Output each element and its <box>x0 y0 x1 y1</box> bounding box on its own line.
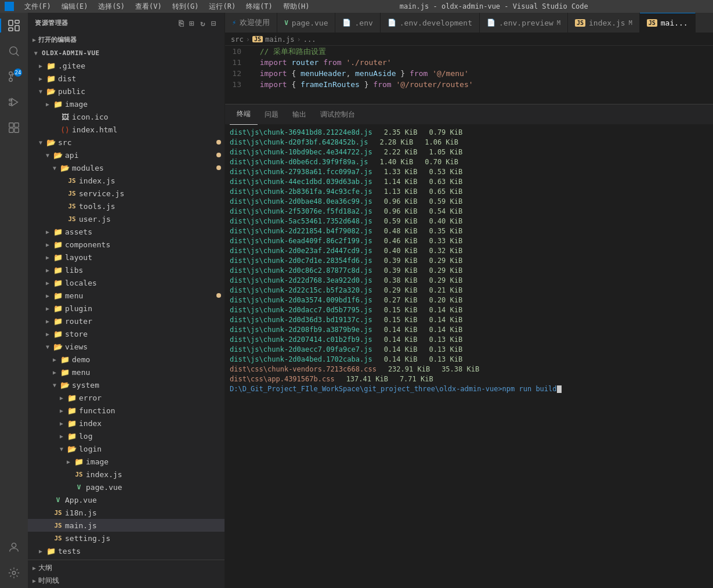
project-root[interactable]: ▼ OLDX-ADMIN-VUE <box>28 46 225 59</box>
tree-item-menu[interactable]: ▶ 📁 menu <box>28 289 225 302</box>
tree-item-login-image[interactable]: ▶ 📁 image <box>28 455 225 468</box>
tree-item-gitee[interactable]: ▶ 📁 .gitee <box>28 59 225 72</box>
tree-item-components[interactable]: ▶ 📁 components <box>28 238 225 251</box>
terminal-output-line: dist\js\chunk-2d207414.c01b2fb9.js0.14 K… <box>230 334 708 344</box>
tree-item-app-vue[interactable]: ▶ V App.vue <box>28 493 225 506</box>
tree-item-icon-ico[interactable]: ▶ 🖼 icon.ico <box>28 110 225 123</box>
breadcrumb-main[interactable]: main.js <box>265 35 295 44</box>
menu-goto[interactable]: 转到(G) <box>168 1 204 13</box>
tree-item-tests[interactable]: ▶ 📁 tests <box>28 544 225 557</box>
tab-page-vue[interactable]: V page.vue <box>277 13 335 33</box>
tree-item-views[interactable]: ▼ 📂 views <box>28 340 225 353</box>
tree-item-login[interactable]: ▼ 📂 login <box>28 442 225 455</box>
tree-item-menu-views[interactable]: ▶ 📁 menu <box>28 366 225 378</box>
tree-item-api-index[interactable]: ▶ JS index.js <box>28 174 225 187</box>
tab-index-js[interactable]: JS index.js M <box>568 13 640 33</box>
tree-item-system[interactable]: ▼ 📂 system <box>28 378 225 391</box>
sidebar-outline[interactable]: ▶ 大纲 <box>28 561 225 574</box>
svg-point-17 <box>12 543 16 547</box>
tree-item-setting[interactable]: ▶ JS setting.js <box>28 532 225 544</box>
terminal-output-line: dist\js\chunk-2d22d768.3ea922d0.js0.38 K… <box>230 275 708 285</box>
menu-help[interactable]: 帮助(H) <box>278 1 314 13</box>
activity-explorer[interactable] <box>3 15 24 36</box>
svg-rect-0 <box>9 20 13 26</box>
tree-item-error[interactable]: ▶ 📁 error <box>28 391 225 404</box>
new-file-icon[interactable]: ⎘ <box>178 17 185 29</box>
terminal-input-line[interactable]: D:\D_Git_Project_FIle_WorkSpace\git_proj… <box>225 384 713 394</box>
tree-item-layout[interactable]: ▶ 📁 layout <box>28 251 225 264</box>
terminal-tab-terminal[interactable]: 终端 <box>230 104 258 125</box>
tree-item-src[interactable]: ▼ 📂 src <box>28 136 225 149</box>
collapse-all-icon[interactable]: ⊟ <box>210 17 218 29</box>
menu-bar: 文件(F) 编辑(E) 选择(S) 查看(V) 转到(G) 运行(R) 终端(T… <box>20 1 314 13</box>
tree-item-dist[interactable]: ▶ 📁 dist <box>28 72 225 85</box>
tab-env-dev[interactable]: 📄 .env.development <box>381 13 480 33</box>
refresh-icon[interactable]: ↻ <box>199 17 207 29</box>
tree-item-main-js[interactable]: ▶ JS main.js <box>28 519 225 532</box>
tree-item-user[interactable]: ▶ JS user.js <box>28 212 225 225</box>
tree-item-store[interactable]: ▶ 📁 store <box>28 327 225 340</box>
tab-welcome[interactable]: ⚡ 欢迎使用 <box>225 13 277 33</box>
menu-edit[interactable]: 编辑(E) <box>57 1 93 13</box>
tree-item-demo[interactable]: ▶ 📁 demo <box>28 353 225 366</box>
new-folder-icon[interactable]: ⊞ <box>188 17 196 29</box>
tree-item-service[interactable]: ▶ JS service.js <box>28 187 225 200</box>
tree-item-function[interactable]: ▶ 📁 function <box>28 404 225 417</box>
window-title: main.js - oldx-admin-vue - Visual Studio… <box>400 2 588 10</box>
terminal-output-line: dist\js\chunk-2d0c86c2.87877c8d.js0.39 K… <box>230 265 708 275</box>
tree-item-assets[interactable]: ▶ 📁 assets <box>28 225 225 238</box>
tree-item-i18n[interactable]: ▶ JS i18n.js <box>28 506 225 519</box>
svg-rect-13 <box>9 123 13 127</box>
tree-item-login-page[interactable]: ▶ V page.vue <box>28 481 225 493</box>
tab-main-js[interactable]: JS mai... <box>640 13 696 33</box>
menu-view[interactable]: 查看(V) <box>131 1 167 13</box>
tree-item-modules[interactable]: ▼ 📂 modules <box>28 161 225 174</box>
tree-item-plugin[interactable]: ▶ 📁 plugin <box>28 302 225 315</box>
terminal-output-line: dist\js\chunk-2d0aecc7.09fa9ce7.js0.14 K… <box>230 344 708 354</box>
tree-item-index-html[interactable]: ▶ ⟨⟩ index.html <box>28 123 225 136</box>
tree-item-api[interactable]: ▼ 📂 api <box>28 149 225 161</box>
terminal-output-line: dist\js\chunk-5ac53461.7352d648.js0.59 K… <box>230 216 708 226</box>
breadcrumb: src › JS main.js › ... <box>225 33 713 46</box>
menu-file[interactable]: 文件(F) <box>20 1 56 13</box>
activity-extensions[interactable] <box>3 117 24 138</box>
tree-item-image-public[interactable]: ▶ 📁 image <box>28 98 225 110</box>
tab-env-preview[interactable]: 📄 .env.preview M <box>480 13 568 33</box>
svg-line-5 <box>16 53 19 56</box>
sidebar-timeline[interactable]: ▶ 时间线 <box>28 574 225 587</box>
terminal-panel: 终端 问题 输出 调试控制台 dist\js\chunk-36941bd8.21… <box>225 104 713 394</box>
terminal-content[interactable]: dist\js\chunk-36941bd8.21224e8d.js2.35 K… <box>225 125 713 384</box>
breadcrumb-ellipsis[interactable]: ... <box>303 35 316 44</box>
tree-item-locales[interactable]: ▶ 📁 locales <box>28 276 225 289</box>
terminal-output-line: dist\js\chunk-2d0e23af.2d447cd9.js0.40 K… <box>230 246 708 255</box>
activity-git[interactable]: 24 <box>3 66 24 87</box>
menu-run[interactable]: 运行(R) <box>204 1 240 13</box>
svg-rect-16 <box>15 128 19 132</box>
terminal-tab-output[interactable]: 输出 <box>285 104 313 125</box>
sidebar-header: 资源管理器 ⎘ ⊞ ↻ ⊟ <box>28 13 225 33</box>
activity-settings[interactable] <box>3 562 24 583</box>
tree-item-router[interactable]: ▶ 📁 router <box>28 315 225 327</box>
tree-item-tools[interactable]: ▶ JS tools.js <box>28 200 225 212</box>
editor-area: ⚡ 欢迎使用 V page.vue 📄 .env 📄 .env.developm… <box>225 13 713 588</box>
tree-item-login-index[interactable]: ▶ JS index.js <box>28 468 225 481</box>
tree-item-index-folder[interactable]: ▶ 📁 index <box>28 417 225 430</box>
tree-item-libs[interactable]: ▶ 📁 libs <box>28 264 225 276</box>
activity-search[interactable] <box>3 41 24 62</box>
breadcrumb-src[interactable]: src <box>231 35 244 44</box>
terminal-tab-problems[interactable]: 问题 <box>258 104 285 125</box>
terminal-output-line: dist\css\chunk-vendors.7213c668.css232.9… <box>230 364 708 374</box>
tree-item-public[interactable]: ▼ 📂 public <box>28 85 225 98</box>
open-editors-section[interactable]: ▶ 打开的编辑器 <box>28 33 225 46</box>
tab-env[interactable]: 📄 .env <box>335 13 380 33</box>
code-editor: 10 // 采单和路由设置 11 import router from './r… <box>225 46 713 588</box>
code-content: 10 // 采单和路由设置 11 import router from './r… <box>225 46 713 104</box>
activity-debug[interactable] <box>3 92 24 113</box>
terminal-tab-debug-console[interactable]: 调试控制台 <box>313 104 362 125</box>
terminal-tabs-bar: 终端 问题 输出 调试控制台 <box>225 104 713 125</box>
tree-item-log[interactable]: ▶ 📁 log <box>28 430 225 442</box>
menu-select[interactable]: 选择(S) <box>93 1 129 13</box>
svg-rect-3 <box>9 28 13 31</box>
menu-terminal[interactable]: 终端(T) <box>241 1 277 13</box>
activity-account[interactable] <box>3 537 24 558</box>
